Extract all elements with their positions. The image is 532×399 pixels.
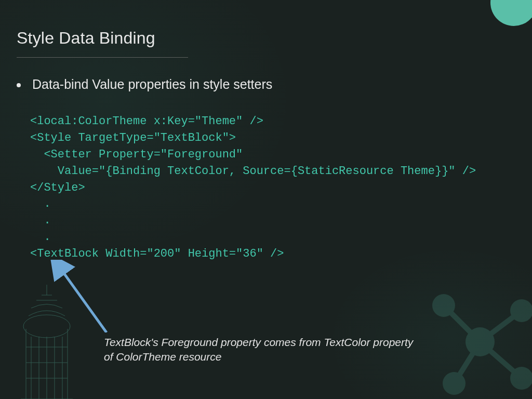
title-underline — [17, 57, 188, 58]
svg-line-3 — [454, 342, 480, 383]
code-snippet: <local:ColorTheme x:Key="Theme" /> <Styl… — [30, 113, 476, 262]
svg-point-5 — [466, 327, 495, 356]
svg-point-7 — [510, 299, 532, 322]
svg-point-9 — [510, 367, 532, 390]
svg-line-1 — [444, 305, 480, 342]
svg-line-11 — [59, 266, 107, 332]
bullet-item: Data-bind Value properties in style sett… — [17, 77, 272, 92]
svg-line-4 — [480, 342, 522, 378]
corner-accent-dot — [490, 0, 532, 26]
building-silhouette-icon — [0, 285, 94, 399]
callout-arrow-icon — [49, 260, 117, 332]
bullet-text: Data-bind Value properties in style sett… — [32, 77, 272, 92]
bullet-dot-icon — [17, 83, 21, 87]
molecule-icon — [413, 274, 532, 399]
svg-point-6 — [432, 294, 455, 317]
svg-line-2 — [480, 311, 522, 342]
callout-caption: TextBlock's Foreground property comes fr… — [104, 335, 416, 365]
svg-point-0 — [23, 315, 70, 338]
slide: Style Data Binding Data-bind Value prope… — [0, 0, 532, 399]
slide-title: Style Data Binding — [17, 29, 155, 48]
svg-point-8 — [443, 372, 466, 395]
